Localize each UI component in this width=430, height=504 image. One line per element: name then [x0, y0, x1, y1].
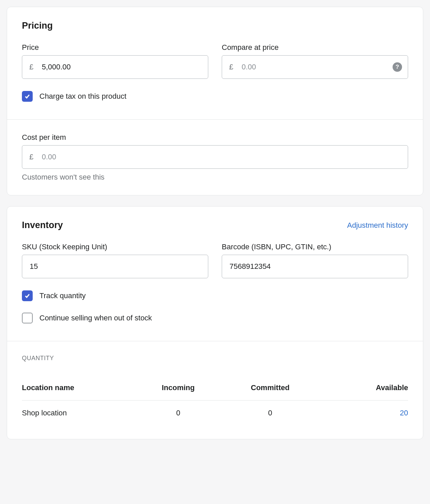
cost-input-wrap: £	[22, 145, 408, 169]
track-quantity-checkbox[interactable]	[22, 290, 33, 301]
td-available: 20	[316, 409, 408, 417]
help-icon[interactable]: ?	[393, 62, 402, 72]
track-quantity-label: Track quantity	[39, 291, 86, 300]
adjustment-history-link[interactable]: Adjustment history	[347, 221, 408, 230]
compare-price-input-wrap: £ ?	[222, 55, 408, 79]
cost-section: Cost per item £ Customers won't see this	[7, 119, 423, 195]
td-committed: 0	[224, 409, 316, 417]
charge-tax-checkbox[interactable]	[22, 91, 33, 102]
td-incoming: 0	[132, 409, 224, 417]
inventory-main-section: Inventory Adjustment history SKU (Stock …	[7, 207, 423, 341]
barcode-field: Barcode (ISBN, UPC, GTIN, etc.)	[222, 243, 408, 278]
price-field: Price £	[22, 43, 208, 79]
compare-price-input[interactable]	[222, 55, 408, 79]
cost-input[interactable]	[22, 145, 408, 169]
continue-selling-row[interactable]: Continue selling when out of stock	[22, 313, 408, 323]
cost-helper-text: Customers won't see this	[22, 173, 408, 182]
inventory-card: Inventory Adjustment history SKU (Stock …	[7, 206, 423, 439]
compare-price-field: Compare at price £ ?	[222, 43, 408, 79]
charge-tax-row[interactable]: Charge tax on this product	[22, 91, 408, 102]
track-quantity-row[interactable]: Track quantity	[22, 290, 408, 301]
sku-input[interactable]	[22, 255, 208, 278]
available-link[interactable]: 20	[400, 409, 408, 417]
sku-field: SKU (Stock Keeping Unit)	[22, 243, 208, 278]
continue-selling-checkbox[interactable]	[22, 313, 33, 323]
pricing-card: Pricing Price £ Compare at price £ ?	[7, 7, 423, 195]
price-input-wrap: £	[22, 55, 208, 79]
table-header-row: Location name Incoming Committed Availab…	[22, 375, 408, 401]
table-row: Shop location 0 0 20	[22, 401, 408, 426]
th-location: Location name	[22, 383, 132, 392]
price-input[interactable]	[22, 55, 208, 79]
barcode-input[interactable]	[222, 255, 408, 278]
cost-label: Cost per item	[22, 133, 408, 142]
compare-price-label: Compare at price	[222, 43, 408, 52]
quantity-table: Location name Incoming Committed Availab…	[22, 375, 408, 426]
td-location: Shop location	[22, 409, 132, 417]
pricing-title: Pricing	[22, 21, 408, 31]
th-available: Available	[316, 383, 408, 392]
inventory-checkbox-group: Track quantity Continue selling when out…	[22, 290, 408, 327]
th-incoming: Incoming	[132, 383, 224, 392]
price-label: Price	[22, 43, 208, 52]
pricing-main-section: Pricing Price £ Compare at price £ ?	[7, 7, 423, 119]
inventory-header: Inventory Adjustment history	[22, 220, 408, 230]
pricing-row: Price £ Compare at price £ ?	[22, 43, 408, 79]
charge-tax-label: Charge tax on this product	[39, 92, 126, 101]
quantity-section: QUANTITY Location name Incoming Committe…	[7, 341, 423, 439]
quantity-heading: QUANTITY	[22, 355, 408, 362]
barcode-label: Barcode (ISBN, UPC, GTIN, etc.)	[222, 243, 408, 251]
sku-label: SKU (Stock Keeping Unit)	[22, 243, 208, 251]
th-committed: Committed	[224, 383, 316, 392]
continue-selling-label: Continue selling when out of stock	[39, 314, 152, 322]
cost-field: Cost per item £ Customers won't see this	[22, 133, 408, 182]
sku-barcode-row: SKU (Stock Keeping Unit) Barcode (ISBN, …	[22, 243, 408, 278]
inventory-title: Inventory	[22, 220, 63, 230]
